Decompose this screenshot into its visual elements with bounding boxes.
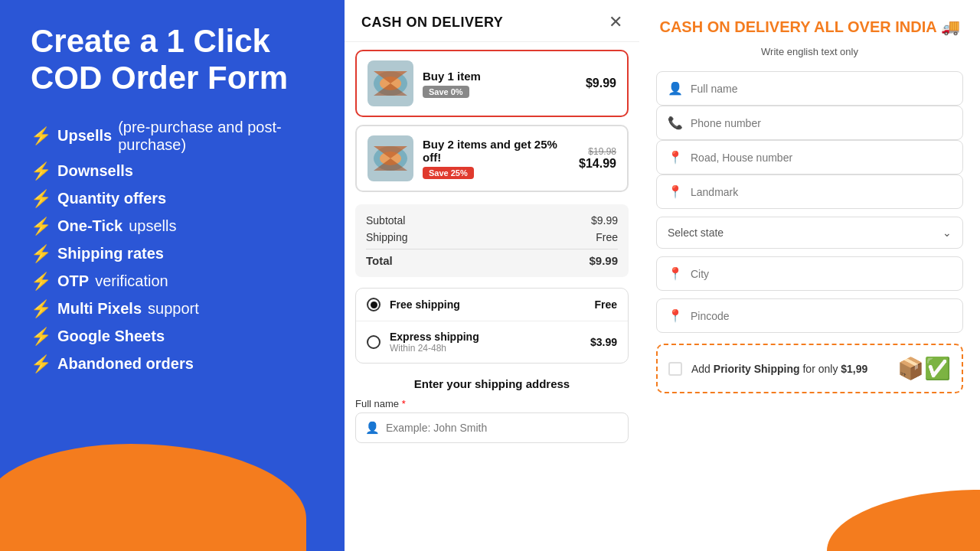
- feature-item: ⚡OTP verification: [31, 272, 314, 292]
- bolt-icon: ⚡: [31, 299, 51, 319]
- landmark-input[interactable]: [691, 186, 952, 198]
- bolt-icon: ⚡: [31, 189, 51, 209]
- feature-bold: Upsells: [57, 127, 112, 145]
- feature-item: ⚡One-Tick upsells: [31, 217, 314, 236]
- subtotal-value: $9.99: [591, 214, 618, 227]
- fullname-field[interactable]: 👤: [656, 71, 963, 106]
- pincode-icon: 📍: [668, 308, 683, 323]
- radio-circle: [367, 298, 381, 311]
- feature-bold: Quantity offers: [57, 190, 166, 207]
- feature-item: ⚡Quantity offers: [31, 189, 314, 209]
- city-input[interactable]: [691, 268, 952, 280]
- pincode-field[interactable]: 📍: [656, 298, 963, 333]
- offer-image: [368, 60, 413, 106]
- priority-checkbox[interactable]: [668, 362, 682, 376]
- city-icon: 📍: [668, 266, 683, 281]
- shipping-options: Free shippingFreeExpress shippingWithin …: [345, 282, 639, 370]
- offer-image: [368, 135, 413, 181]
- shipping-option[interactable]: Free shippingFree: [356, 289, 628, 321]
- road-icon: 📍: [668, 150, 683, 165]
- modal-header: CASH ON DELIVERY ✕: [345, 0, 639, 42]
- feature-bold: Shipping rates: [57, 245, 164, 262]
- offer-card[interactable]: Buy 2 items and get 25% off!Save 25%$19.…: [355, 125, 629, 192]
- middle-panel: CASH ON DELIVERY ✕ Buy 1 itemSave 0%$9.9…: [345, 0, 639, 551]
- address-title: Enter your shipping address: [355, 377, 629, 390]
- subtotal-label: Subtotal: [366, 214, 405, 227]
- feature-bold: Downsells: [57, 162, 133, 180]
- phone-icon: 📞: [668, 116, 683, 130]
- current-price: $9.99: [586, 77, 616, 90]
- shipping-price: $3.99: [590, 336, 617, 348]
- state-select[interactable]: Select stateAndhra PradeshMaharashtraKar…: [668, 227, 935, 239]
- offer-info: Buy 2 items and get 25% off!Save 25%: [423, 138, 570, 179]
- bolt-icon: ⚡: [31, 161, 51, 181]
- shipping-sub: Within 24-48h: [390, 343, 581, 354]
- save-badge: Save 0%: [423, 86, 469, 98]
- feature-bold: OTP: [57, 272, 89, 290]
- feature-bold: Google Sheets: [57, 328, 165, 345]
- fullname-icon: 👤: [668, 81, 683, 96]
- total-row: Total $9.99: [366, 249, 618, 269]
- road-field[interactable]: 📍: [656, 140, 963, 174]
- feature-light: upsells: [129, 217, 176, 235]
- feature-item: ⚡Shipping rates: [31, 244, 314, 264]
- state-select-row[interactable]: Select stateAndhra PradeshMaharashtraKar…: [656, 217, 963, 249]
- shipping-name: Free shipping: [390, 298, 585, 311]
- fullname-input[interactable]: [386, 422, 619, 434]
- offer-info: Buy 1 itemSave 0%: [423, 70, 577, 98]
- phone-field[interactable]: 📞: [656, 106, 963, 140]
- shipping-label: Free shipping: [390, 298, 585, 311]
- phone-input[interactable]: [691, 117, 952, 129]
- fullname-input-row[interactable]: 👤: [355, 412, 629, 443]
- total-label: Total: [366, 254, 393, 267]
- current-price: $14.99: [579, 157, 616, 171]
- left-panel: Create a 1 Click COD Order Form ⚡Upsells…: [0, 0, 345, 551]
- landmark-field[interactable]: 📍: [656, 174, 963, 209]
- feature-bold: Multi Pixels: [57, 300, 142, 318]
- offer-title: Buy 1 item: [423, 70, 577, 83]
- subtotal-row: Subtotal $9.99: [366, 212, 618, 229]
- chevron-down-icon: ⌄: [942, 227, 952, 239]
- bottom-wave-decoration: [827, 490, 980, 551]
- priority-shipping-box: Add Priority Shipping for only $1,99 📦✅: [656, 344, 963, 393]
- priority-text: Add Priority Shipping for only $1,99: [691, 363, 888, 375]
- right-fields: 👤📞📍📍: [656, 71, 963, 209]
- feature-item: ⚡Downsells: [31, 161, 314, 181]
- right-panel: CASH ON DELIVERY ALL OVER INDIA 🚚 Write …: [639, 0, 980, 551]
- feature-item: ⚡Upsells (pre-purchase and post-purchase…: [31, 119, 314, 154]
- feature-item: ⚡Google Sheets: [31, 327, 314, 347]
- feature-list: ⚡Upsells (pre-purchase and post-purchase…: [31, 119, 314, 374]
- package-icon: 📦✅: [897, 356, 951, 381]
- shipping-value: Free: [596, 231, 618, 243]
- pincode-input[interactable]: [691, 310, 952, 322]
- fullname-label: Full name *: [355, 398, 629, 409]
- shipping-option[interactable]: Express shippingWithin 24-48h$3.99: [356, 321, 628, 363]
- feature-light: verification: [95, 272, 168, 290]
- shipping-label: Shipping: [366, 231, 408, 243]
- road-input[interactable]: [691, 152, 952, 164]
- offer-cards: Buy 1 itemSave 0%$9.99 Buy 2 items and g…: [345, 42, 639, 200]
- person-icon: 👤: [365, 421, 380, 435]
- address-section: Enter your shipping address Full name * …: [345, 370, 639, 451]
- right-subtitle: Write english text only: [656, 46, 963, 57]
- offer-card[interactable]: Buy 1 itemSave 0%$9.99: [355, 50, 629, 117]
- feature-bold: One-Tick: [57, 217, 122, 235]
- offer-title: Buy 2 items and get 25% off!: [423, 138, 570, 164]
- shipping-name: Express shipping: [390, 331, 581, 343]
- shipping-label: Express shippingWithin 24-48h: [390, 331, 581, 354]
- city-field[interactable]: 📍: [656, 256, 963, 291]
- fullname-input[interactable]: [691, 83, 952, 95]
- shipping-price: Free: [594, 298, 617, 311]
- right-header-title: CASH ON DELIVERY ALL OVER INDIA 🚚: [656, 17, 963, 37]
- feature-light: support: [148, 300, 199, 318]
- page-title: Create a 1 Click COD Order Form: [31, 23, 314, 97]
- feature-item: ⚡Abandoned orders: [31, 354, 314, 374]
- bolt-icon: ⚡: [31, 244, 51, 264]
- landmark-icon: 📍: [668, 184, 683, 199]
- save-badge: Save 25%: [423, 167, 474, 179]
- feature-light: (pre-purchase and post-purchase): [118, 119, 314, 154]
- feature-item: ⚡Multi Pixels support: [31, 299, 314, 319]
- close-button[interactable]: ✕: [609, 14, 622, 31]
- total-value: $9.99: [589, 254, 618, 267]
- shipping-row: Shipping Free: [366, 229, 618, 246]
